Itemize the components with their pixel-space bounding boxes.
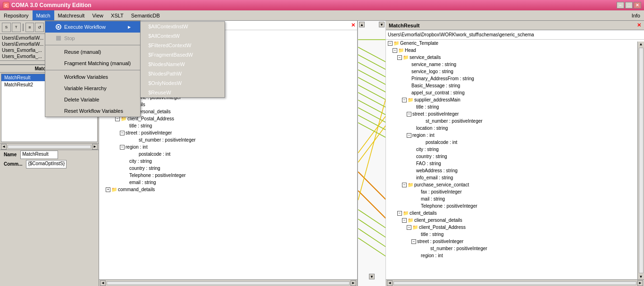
var-hierarchy-item[interactable]: Variable Hierarchy bbox=[45, 83, 140, 94]
stop-label: Stop bbox=[64, 35, 75, 41]
delete-var-item[interactable]: Delete Variable bbox=[45, 94, 140, 105]
match-dropdown: ▶ Execute Workflow ▶ $AllContextInstW $A… bbox=[45, 21, 141, 117]
submenu-item-3[interactable]: $FragmentBasedW bbox=[141, 50, 225, 59]
reset-workflow-item[interactable]: Reset Workflow Variables bbox=[45, 105, 140, 117]
workflow-vars-label: Workflow Variables bbox=[64, 74, 108, 80]
execute-label: Execute Workflow bbox=[64, 24, 106, 30]
stop-item: Stop bbox=[45, 33, 140, 44]
submenu-item-1[interactable]: $AllContextW bbox=[141, 31, 225, 41]
submenu-item-4[interactable]: $NodesNameW bbox=[141, 59, 225, 69]
workflow-vars-item[interactable]: Workflow Variables bbox=[45, 71, 140, 83]
submenu-item-2[interactable]: $FilteredContextW bbox=[141, 41, 225, 50]
reset-workflow-label: Reset Workflow Variables bbox=[64, 108, 123, 114]
separator-2 bbox=[45, 70, 140, 70]
submenu-item-7[interactable]: $ReuseW bbox=[141, 88, 225, 97]
fragment-item[interactable]: Fragment Matching (manual) bbox=[45, 58, 140, 69]
submenu-item-6[interactable]: $OnlyNodesW bbox=[141, 78, 225, 88]
fragment-label: Fragment Matching (manual) bbox=[64, 60, 131, 66]
reuse-item[interactable]: Reuse (manual) bbox=[45, 46, 140, 58]
submenu-item-5[interactable]: $NodesPathW bbox=[141, 69, 225, 78]
execute-workflow-item[interactable]: ▶ Execute Workflow ▶ $AllContextInstW $A… bbox=[45, 21, 140, 33]
stop-icon bbox=[55, 34, 62, 42]
submenu-item-0[interactable]: $AllContextInstW bbox=[141, 22, 225, 31]
delete-var-label: Delete Variable bbox=[64, 97, 99, 102]
workflow-submenu: $AllContextInstW $AllContextW $FilteredC… bbox=[140, 21, 225, 98]
reuse-label: Reuse (manual) bbox=[64, 49, 101, 55]
separator-1 bbox=[45, 45, 140, 45]
var-hierarchy-label: Variable Hierarchy bbox=[64, 85, 107, 91]
execute-icon: ▶ bbox=[55, 23, 62, 31]
